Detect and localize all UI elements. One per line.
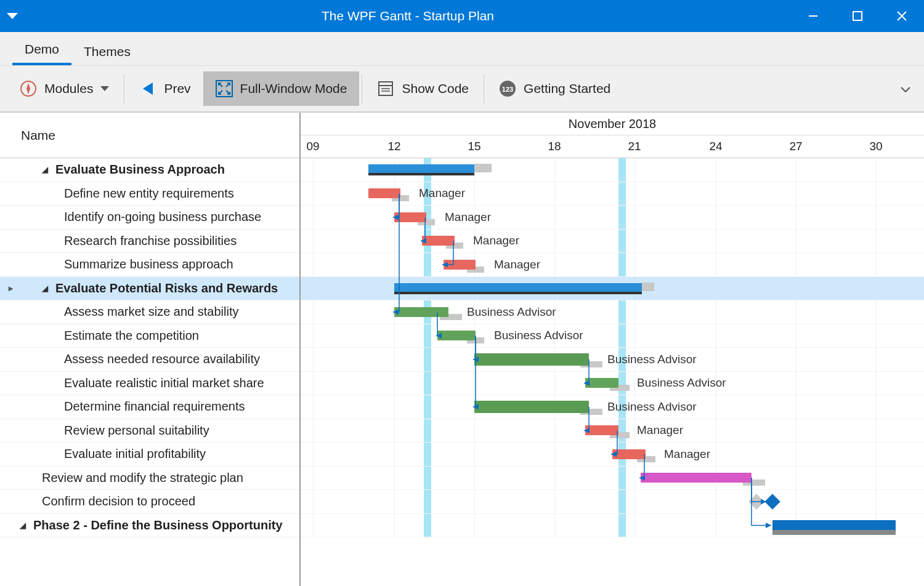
toolbar: Modules Prev Full-Window Mode Show Code … — [0, 66, 924, 112]
gantt-row[interactable]: Business Advisor — [301, 324, 924, 348]
task-row[interactable]: ▸Identify on-going business purchase — [0, 206, 299, 230]
getting-started-button[interactable]: 123 Getting Started — [487, 71, 623, 106]
gantt-row[interactable]: Manager — [301, 182, 924, 206]
task-resource-label: Business Advisor — [637, 376, 726, 390]
separator — [362, 74, 362, 103]
prev-button[interactable]: Prev — [127, 71, 203, 106]
gantt-row[interactable]: Manager — [301, 230, 924, 254]
tab-demo[interactable]: Demo — [12, 34, 71, 65]
task-resource-label: Manager — [494, 258, 540, 271]
task-row[interactable]: ▸Confirm decision to proceed — [0, 490, 299, 514]
task-tree-body[interactable]: ▸◢Evaluate Business Approach▸Define new … — [0, 158, 299, 586]
expander-icon[interactable]: ◢ — [42, 165, 52, 174]
gantt-row[interactable]: Manager — [301, 443, 924, 467]
tick-label: 30 — [869, 140, 882, 153]
close-button[interactable] — [880, 0, 924, 32]
task-row[interactable]: ▸Evaluate initial profitability — [0, 443, 299, 467]
gantt-row[interactable] — [301, 467, 924, 491]
task-row[interactable]: ▸Estimate the competition — [0, 324, 299, 348]
task-row[interactable]: ▸◢Evaluate Business Approach — [0, 158, 299, 182]
toolbar-overflow[interactable] — [894, 82, 917, 95]
modules-button[interactable]: Modules — [7, 71, 121, 106]
separator — [484, 74, 484, 103]
compass-icon — [20, 80, 37, 97]
task-resource-label: Business Advisor — [607, 353, 697, 366]
task-bar[interactable]: Manager — [394, 212, 426, 222]
task-name: Identify on-going business purchase — [64, 210, 261, 224]
modules-label: Modules — [44, 81, 93, 96]
gantt-row[interactable] — [301, 277, 924, 301]
task-row[interactable]: ▸Define new entity requirements — [0, 182, 299, 206]
task-name: Evaluate realistic initial market share — [64, 376, 264, 390]
tick-label: 18 — [548, 140, 561, 153]
task-bar[interactable]: Manager — [368, 188, 400, 198]
task-bar[interactable]: Business Advisor — [394, 307, 448, 317]
task-row[interactable]: ▸◢Evaluate Potential Risks and Rewards — [0, 277, 299, 301]
showcode-button[interactable]: Show Code — [365, 71, 481, 106]
task-bar[interactable]: Business Advisor — [585, 378, 618, 388]
task-bar[interactable] — [641, 473, 752, 483]
task-resource-label: Business Advisor — [467, 305, 556, 319]
task-resource-label: Business Advisor — [607, 400, 697, 414]
gantt-row[interactable]: Business Advisor — [301, 395, 924, 419]
task-row[interactable]: ▸◢Phase 2 - Define the Business Opportun… — [0, 514, 299, 538]
gantt-row[interactable]: Business Advisor — [301, 300, 924, 324]
task-bar[interactable]: Manager — [612, 449, 646, 459]
gantt-chart-pane[interactable]: November 2018 0912151821242730 ManagerMa… — [301, 113, 924, 586]
task-bar[interactable]: Business Advisor — [474, 401, 589, 413]
timeline-header: November 2018 0912151821242730 — [301, 113, 924, 158]
summary-bar[interactable] — [368, 164, 474, 173]
milestone-baseline — [748, 494, 764, 509]
task-row[interactable]: ▸Review personal suitability — [0, 419, 299, 443]
tree-column-header[interactable]: Name — [0, 113, 299, 158]
task-bar[interactable]: Manager — [585, 425, 618, 435]
maximize-button[interactable] — [835, 0, 880, 32]
minimize-button[interactable] — [791, 0, 835, 32]
task-bar[interactable]: Manager — [422, 236, 455, 246]
titlebar: The WPF Gantt - Startup Plan — [0, 0, 924, 32]
gantt-chart-body[interactable]: ManagerManagerManagerManagerBusiness Adv… — [301, 158, 924, 537]
gantt-row[interactable] — [301, 514, 924, 538]
task-name: Estimate the competition — [64, 329, 199, 343]
gantt-row[interactable]: Manager — [301, 253, 924, 277]
expander-icon[interactable]: ◢ — [42, 284, 52, 293]
task-row[interactable]: ▸Assess market size and stability — [0, 300, 299, 324]
task-row[interactable]: ▸Review and modify the strategic plan — [0, 467, 299, 491]
gantt-row[interactable]: Business Advisor — [301, 348, 924, 372]
task-row[interactable]: ▸Determine financial requirements — [0, 395, 299, 419]
task-name: Confirm decision to proceed — [42, 494, 195, 508]
tick-label: 24 — [709, 140, 722, 153]
window-title: The WPF Gantt - Startup Plan — [25, 9, 791, 23]
svg-marker-0 — [7, 13, 18, 19]
summary-baseline — [642, 283, 654, 291]
task-name: Phase 2 - Define the Business Opportunit… — [33, 518, 283, 532]
task-row[interactable]: ▸Summarize business approach — [0, 253, 299, 277]
task-row[interactable]: ▸Evaluate realistic initial market share — [0, 372, 299, 396]
numbers-icon: 123 — [499, 80, 516, 97]
svg-marker-7 — [100, 86, 109, 91]
summary-bar[interactable] — [394, 283, 642, 292]
task-name: Review and modify the strategic plan — [42, 471, 243, 485]
task-bar[interactable]: Business Advisor — [437, 331, 476, 340]
app-menu-dropdown[interactable] — [0, 10, 25, 22]
task-bar[interactable]: Manager — [444, 260, 476, 270]
gantt-row[interactable]: Manager — [301, 206, 924, 230]
expander-icon[interactable]: ◢ — [20, 521, 30, 530]
tick-label: 21 — [628, 140, 641, 153]
task-row[interactable]: ▸Research franchise possibilities — [0, 230, 299, 254]
milestone[interactable] — [764, 494, 780, 509]
gantt-row[interactable] — [301, 158, 924, 182]
timeline-month: November 2018 — [301, 113, 924, 135]
gantt-row[interactable]: Manager — [301, 419, 924, 443]
gantt-row[interactable] — [301, 490, 924, 514]
task-bar[interactable]: Business Advisor — [474, 353, 589, 366]
showcode-label: Show Code — [402, 81, 469, 96]
fullwindow-label: Full-Window Mode — [240, 81, 347, 96]
summary-baseline — [474, 164, 492, 172]
task-resource-label: Manager — [637, 423, 683, 437]
gantt-row[interactable]: Business Advisor — [301, 372, 924, 396]
task-resource-label: Manager — [419, 187, 465, 200]
tab-themes[interactable]: Themes — [71, 37, 143, 65]
task-row[interactable]: ▸Assess needed resource availability — [0, 348, 299, 372]
fullwindow-button[interactable]: Full-Window Mode — [203, 71, 360, 106]
